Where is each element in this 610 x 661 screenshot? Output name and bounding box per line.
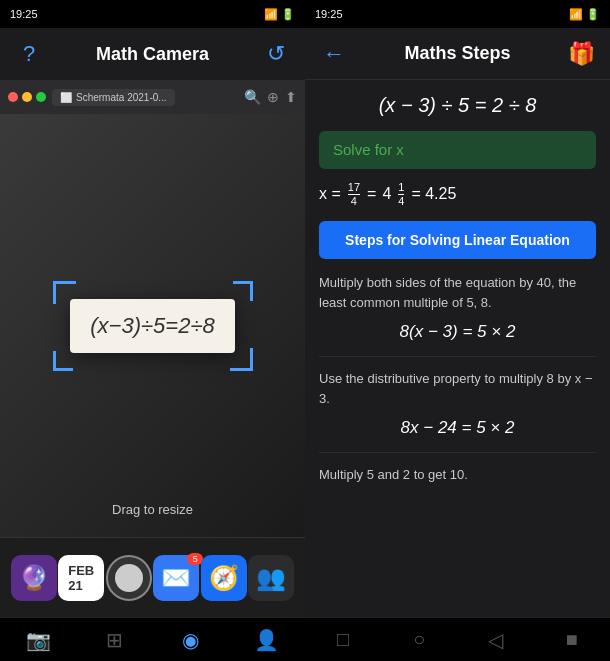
calendar-symbol: FEB21 — [68, 563, 94, 593]
camera-tab[interactable]: 📷 — [13, 628, 63, 652]
left-status-icons: 📶 🔋 — [264, 8, 295, 21]
step2-text: Use the distributive property to multipl… — [319, 369, 596, 408]
scan-tab[interactable]: ◉ — [166, 628, 216, 652]
right-header-title: Maths Steps — [349, 43, 566, 64]
steps-button[interactable]: Steps for Solving Linear Equation — [319, 221, 596, 259]
scan-frame[interactable] — [53, 281, 253, 371]
divider-2 — [319, 452, 596, 453]
step3-text: Multiply 5 and 2 to get 10. — [319, 465, 596, 485]
right-time: 19:25 — [315, 8, 343, 20]
mixed-num-bot: 4 — [398, 195, 404, 207]
fraction-denominator: 4 — [351, 195, 357, 207]
scan-corner-tr — [233, 281, 253, 301]
right-home-btn[interactable]: ■ — [547, 628, 597, 651]
step1-equation: 8(x − 3) = 5 × 2 — [319, 322, 596, 342]
main-equation: (x − 3) ÷ 5 = 2 ÷ 8 — [319, 94, 596, 117]
mail-icon[interactable]: ✉️ 5 — [153, 555, 199, 601]
right-square-btn[interactable]: □ — [318, 628, 368, 651]
right-header: ← Maths Steps 🎁 — [305, 28, 610, 80]
mail-symbol: ✉️ — [161, 564, 191, 592]
people-icon[interactable]: 👥 — [248, 555, 294, 601]
back-button[interactable]: ← — [319, 41, 349, 67]
left-panel: 19:25 📶 🔋 ? Math Camera ↺ ⬜ Schermata 20… — [0, 0, 305, 661]
divider-1 — [319, 356, 596, 357]
siri-symbol: 🔮 — [19, 564, 49, 592]
gift-icon[interactable]: 🎁 — [566, 41, 596, 67]
mixed-num-top: 1 — [398, 181, 404, 195]
camera-view: (x−3)÷5=2÷8 Drag to resize — [0, 114, 305, 537]
right-content: (x − 3) ÷ 5 = 2 ÷ 8 Solve for x x = 17 4… — [305, 80, 610, 617]
right-circle-btn[interactable]: ○ — [394, 628, 444, 651]
solve-label: Solve for x — [333, 141, 404, 158]
traffic-lights — [8, 92, 46, 102]
camera-shutter[interactable] — [106, 555, 152, 601]
scan-corner-bl — [53, 351, 73, 371]
browser-bar: ⬜ Schermata 2021-0... 🔍 ⊕ ⬆ — [0, 80, 305, 114]
minimize-button[interactable] — [22, 92, 32, 102]
share-icon[interactable]: ⬆ — [285, 89, 297, 105]
browser-icons: 🔍 ⊕ ⬆ — [244, 89, 297, 105]
decimal-value: = 4.25 — [411, 185, 456, 203]
left-status-bar: 19:25 📶 🔋 — [0, 0, 305, 28]
mixed-fraction: 1 4 — [398, 181, 404, 207]
maximize-button[interactable] — [36, 92, 46, 102]
browser-tab-label: Schermata 2021-0... — [76, 92, 167, 103]
profile-tab[interactable]: 👤 — [242, 628, 292, 652]
browser-window-icon: ⬜ — [60, 92, 72, 103]
drag-label: Drag to resize — [112, 502, 193, 517]
solve-box: Solve for x — [319, 131, 596, 169]
fraction-display: 17 4 — [348, 181, 360, 207]
main-equation-text: (x − 3) ÷ 5 = 2 ÷ 8 — [379, 94, 537, 116]
solution-row: x = 17 4 = 4 1 4 = 4.25 — [319, 181, 596, 207]
left-bottom-bar: 📷 ⊞ ◉ 👤 — [0, 617, 305, 661]
zoom-icon[interactable]: ⊕ — [267, 89, 279, 105]
left-header-title: Math Camera — [44, 44, 261, 65]
steps-button-label: Steps for Solving Linear Equation — [345, 232, 570, 248]
mixed-whole: 4 — [382, 185, 391, 203]
right-bottom-bar: □ ○ ◁ ■ — [305, 617, 610, 661]
shutter-inner — [115, 564, 143, 592]
step2-equation: 8x − 24 = 5 × 2 — [319, 418, 596, 438]
equals-sign: = — [367, 185, 376, 203]
safari-symbol: 🧭 — [209, 564, 239, 592]
step1-text: Multiply both sides of the equation by 4… — [319, 273, 596, 312]
search-icon[interactable]: 🔍 — [244, 89, 261, 105]
people-symbol: 👥 — [256, 564, 286, 592]
close-button[interactable] — [8, 92, 18, 102]
question-icon[interactable]: ? — [14, 41, 44, 67]
right-status-icons: 📶 🔋 — [569, 8, 600, 21]
left-header: ? Math Camera ↺ — [0, 28, 305, 80]
safari-icon[interactable]: 🧭 — [201, 555, 247, 601]
fraction-numerator: 17 — [348, 181, 360, 195]
calculator-tab[interactable]: ⊞ — [89, 628, 139, 652]
dock: 🔮 FEB21 ✉️ 5 🧭 👥 — [0, 537, 305, 617]
calendar-icon[interactable]: FEB21 — [58, 555, 104, 601]
browser-tab[interactable]: ⬜ Schermata 2021-0... — [52, 89, 175, 106]
right-status-bar: 19:25 📶 🔋 — [305, 0, 610, 28]
right-back-btn[interactable]: ◁ — [471, 628, 521, 652]
siri-icon[interactable]: 🔮 — [11, 555, 57, 601]
left-time: 19:25 — [10, 8, 38, 20]
history-icon[interactable]: ↺ — [261, 41, 291, 67]
solution-prefix: x = — [319, 185, 341, 203]
right-panel: 19:25 📶 🔋 ← Maths Steps 🎁 (x − 3) ÷ 5 = … — [305, 0, 610, 661]
